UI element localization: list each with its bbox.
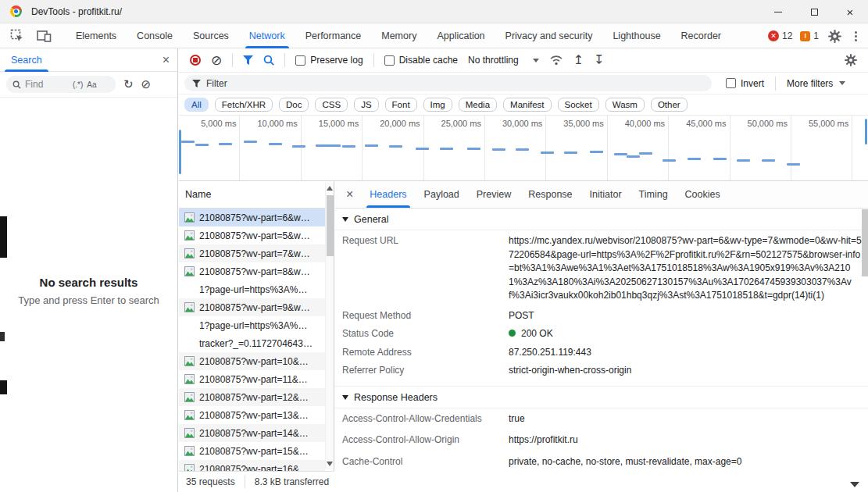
record-network-log-icon[interactable] — [190, 55, 201, 66]
minimize-button[interactable] — [760, 0, 796, 23]
request-row[interactable]: 21080875?wv-part=16&… — [179, 460, 325, 471]
request-row[interactable]: tracker?_=0.1172704643… — [179, 334, 325, 352]
scroll-up-icon[interactable] — [327, 186, 333, 191]
tab-privacy-and-security[interactable]: Privacy and security — [495, 23, 603, 48]
request-row[interactable]: 21080875?wv-part=7&w… — [179, 244, 325, 262]
request-row[interactable]: 21080875?wv-part=14&… — [179, 424, 325, 442]
filter-chip-css[interactable]: CSS — [315, 98, 348, 112]
header-name: Cache-Control — [342, 455, 509, 469]
tab-network[interactable]: Network — [239, 23, 295, 48]
detail-tab-cookies[interactable]: Cookies — [677, 181, 729, 208]
scrollbar-thumb[interactable] — [327, 195, 334, 256]
more-filters-button[interactable]: More filters — [787, 78, 845, 89]
network-conditions-icon[interactable] — [549, 55, 563, 66]
tab-console[interactable]: Console — [127, 23, 183, 48]
timeline-left-marker — [179, 130, 181, 173]
filter-chip-all[interactable]: All — [184, 98, 209, 112]
tab-memory[interactable]: Memory — [371, 23, 427, 48]
filter-chip-img[interactable]: Img — [423, 98, 452, 112]
detail-scrollbar-thumb[interactable] — [862, 209, 868, 276]
image-file-icon — [184, 464, 195, 471]
request-row[interactable]: 21080875?wv-part=11&… — [179, 370, 325, 388]
filter-chip-wasm[interactable]: Wasm — [605, 98, 645, 112]
request-row[interactable]: 21080875?wv-part=9&w… — [179, 298, 325, 316]
case-sensitive-toggle[interactable]: Aa — [87, 80, 96, 89]
maximize-button[interactable] — [796, 0, 832, 23]
filter-chip-doc[interactable]: Doc — [279, 98, 309, 112]
settings-gear-icon[interactable] — [827, 28, 842, 44]
disable-cache-checkbox[interactable]: Disable cache — [384, 55, 458, 66]
filter-chip-other[interactable]: Other — [651, 98, 688, 112]
filter-chip-js[interactable]: JS — [354, 98, 378, 112]
inspect-element-icon[interactable] — [9, 28, 25, 44]
search-input[interactable] — [25, 79, 69, 90]
filter-toggle-icon[interactable] — [243, 55, 253, 65]
filter-chip-font[interactable]: Font — [385, 98, 417, 112]
header-name: Access-Control-Allow-Credentials — [342, 412, 509, 426]
detail-tab-preview[interactable]: Preview — [468, 181, 520, 208]
warning-badge[interactable]: !1 — [800, 30, 819, 41]
header-name: Request URL — [342, 234, 509, 303]
header-row: Access-Control-Allow-Credentialstrue — [335, 408, 868, 430]
tab-performance[interactable]: Performance — [295, 23, 372, 48]
network-settings-gear-icon[interactable] — [845, 54, 857, 66]
close-search-icon[interactable]: × — [163, 53, 170, 67]
throttling-select[interactable]: No throttling — [468, 55, 539, 66]
tab-sources[interactable]: Sources — [183, 23, 239, 48]
refresh-icon[interactable]: ↻ — [123, 79, 134, 91]
clear-network-log-icon[interactable]: ⊘ — [211, 54, 222, 67]
tab-search[interactable]: Search — [0, 48, 53, 72]
preserve-log-checkbox[interactable]: Preserve log — [295, 55, 363, 66]
general-section-header[interactable]: General — [335, 209, 868, 230]
request-row[interactable]: 21080875?wv-part=5&w… — [179, 226, 325, 244]
detail-scroll-down-icon[interactable] — [850, 482, 859, 487]
filter-chip-media[interactable]: Media — [459, 98, 497, 112]
network-search-icon[interactable] — [263, 55, 274, 66]
filter-input-pill[interactable] — [184, 75, 712, 91]
error-badge[interactable]: ✕12 — [768, 30, 792, 41]
name-column-header[interactable]: Name — [179, 181, 334, 209]
header-name: Request Method — [342, 309, 509, 323]
detail-tab-timing[interactable]: Timing — [630, 181, 677, 208]
devtools-window: DevTools - profitkit.ru/ × ElementsConso… — [0, 0, 868, 492]
tab-elements[interactable]: Elements — [66, 23, 127, 48]
scroll-down-icon[interactable] — [327, 462, 333, 466]
timeline-request-dash — [440, 148, 453, 150]
detail-tab-headers[interactable]: Headers — [361, 181, 415, 208]
tab-application[interactable]: Application — [427, 23, 495, 48]
request-row[interactable]: 1?page-url=https%3A%… — [179, 316, 325, 334]
request-row[interactable]: 21080875?wv-part=13&… — [179, 406, 325, 424]
triangle-down-icon — [342, 217, 348, 222]
request-row[interactable]: 21080875?wv-part=15&… — [179, 442, 325, 460]
request-row[interactable]: 21080875?wv-part=8&w… — [179, 262, 325, 280]
filter-chip-fetch-xhr[interactable]: Fetch/XHR — [215, 98, 273, 112]
image-file-icon — [184, 230, 195, 241]
tab-lighthouse[interactable]: Lighthouse — [602, 23, 670, 48]
export-har-icon[interactable]: ↧ — [594, 54, 604, 66]
close-detail-icon[interactable]: × — [335, 181, 361, 208]
detail-tab-payload[interactable]: Payload — [416, 181, 468, 208]
request-row[interactable]: 21080875?wv-part=6&w… — [179, 209, 325, 226]
search-input-pill[interactable]: (.*) Aa — [6, 76, 116, 93]
tab-recorder[interactable]: Recorder — [671, 23, 731, 48]
detail-tab-response[interactable]: Response — [520, 181, 580, 208]
request-row[interactable]: 21080875?wv-part=10&… — [179, 352, 325, 370]
invert-checkbox[interactable]: Invert — [726, 78, 764, 89]
clear-search-icon[interactable]: ⊘ — [141, 79, 152, 91]
request-row[interactable]: 21080875?wv-part=12&… — [179, 388, 325, 406]
request-list-scrollbar[interactable] — [325, 183, 334, 469]
more-options-icon[interactable] — [850, 31, 862, 41]
detail-tab-initiator[interactable]: Initiator — [581, 181, 630, 208]
regex-toggle[interactable]: (.*) — [73, 80, 83, 89]
device-toolbar-icon[interactable] — [36, 28, 52, 44]
request-row[interactable]: 1?page-url=https%3A%… — [179, 280, 325, 298]
network-overview-timeline[interactable]: 5,000 ms10,000 ms15,000 ms20,000 ms25,00… — [179, 116, 868, 181]
filter-input[interactable] — [206, 78, 704, 89]
filter-chip-socket[interactable]: Socket — [558, 98, 599, 112]
timeline-request-dash — [627, 155, 640, 158]
import-har-icon[interactable]: ↥ — [573, 54, 584, 66]
response-headers-section-header[interactable]: Response Headers — [335, 386, 868, 408]
timeline-request-dash — [492, 148, 505, 151]
filter-chip-manifest[interactable]: Manifest — [503, 98, 551, 112]
close-button[interactable]: × — [832, 0, 868, 23]
